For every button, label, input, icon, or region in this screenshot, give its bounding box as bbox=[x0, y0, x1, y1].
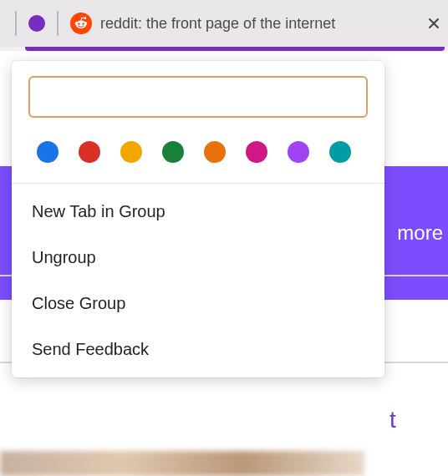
menu-item-new-tab-in-group[interactable]: New Tab in Group bbox=[12, 189, 384, 235]
tab-group-context-menu: New Tab in GroupUngroupClose GroupSend F… bbox=[12, 61, 384, 377]
reddit-favicon bbox=[70, 13, 92, 34]
tab-strip: reddit: the front page of the internet bbox=[0, 0, 448, 47]
color-swatch-cyan[interactable] bbox=[329, 141, 351, 163]
tab-separator bbox=[15, 11, 17, 36]
banner-text: more bbox=[397, 221, 443, 245]
menu-item-close-group[interactable]: Close Group bbox=[12, 281, 384, 327]
menu-list: New Tab in GroupUngroupClose GroupSend F… bbox=[12, 189, 384, 372]
menu-item-ungroup[interactable]: Ungroup bbox=[12, 235, 384, 281]
tab-separator bbox=[57, 11, 59, 36]
tab-title: reddit: the front page of the internet bbox=[100, 15, 416, 33]
color-swatch-purple[interactable] bbox=[288, 141, 309, 163]
color-swatch-red[interactable] bbox=[79, 141, 100, 163]
color-swatch-yellow[interactable] bbox=[120, 141, 142, 163]
svg-point-3 bbox=[78, 23, 79, 24]
menu-item-send-feedback[interactable]: Send Feedback bbox=[12, 327, 384, 372]
tab-close-button[interactable] bbox=[425, 14, 443, 33]
color-swatch-pink[interactable] bbox=[246, 141, 267, 163]
svg-point-4 bbox=[82, 23, 84, 24]
color-swatch-green[interactable] bbox=[162, 141, 184, 163]
group-name-input[interactable] bbox=[28, 76, 368, 118]
background-image-strip bbox=[0, 451, 364, 476]
color-swatch-orange[interactable] bbox=[204, 141, 226, 163]
browser-tab[interactable]: reddit: the front page of the internet bbox=[67, 7, 448, 40]
group-color-picker bbox=[12, 118, 384, 183]
menu-divider bbox=[12, 183, 384, 184]
close-icon bbox=[428, 18, 440, 29]
tab-group-indicator[interactable] bbox=[28, 15, 45, 32]
color-swatch-blue[interactable] bbox=[37, 141, 59, 163]
background-text-fragment: t bbox=[389, 407, 396, 433]
